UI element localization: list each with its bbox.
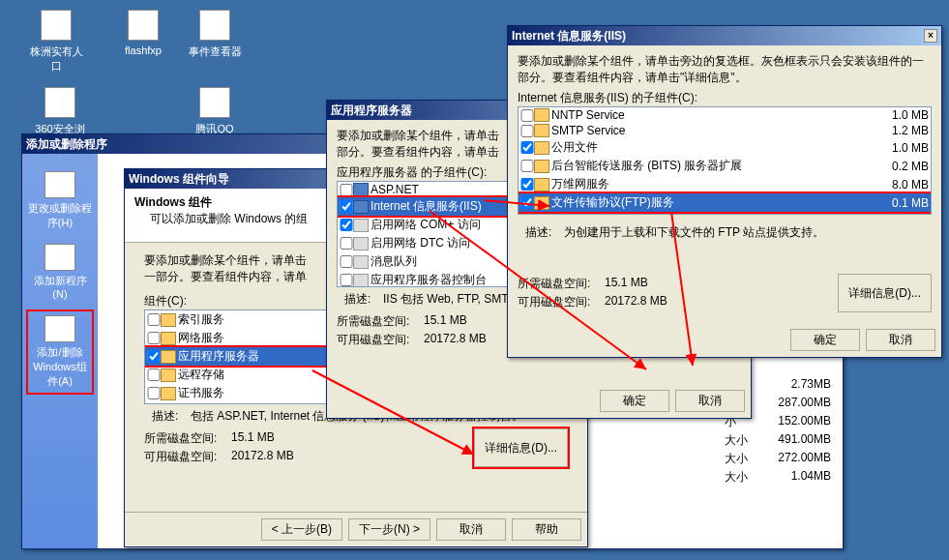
back-button[interactable]: < 上一步(B): [261, 518, 342, 541]
icon-label: 事件查看器: [186, 44, 244, 59]
ok-button[interactable]: 确定: [790, 329, 860, 351]
window-title: Windows 组件向导: [129, 171, 229, 188]
disk-available: 可用磁盘空间:20172.8 MB: [518, 294, 667, 310]
next-button[interactable]: 下一步(N) >: [348, 518, 430, 541]
item-label: 公用文件: [551, 139, 871, 156]
description: 描述:为创建用于上载和下载文件的 FTP 站点提供支持。: [518, 221, 932, 245]
checkbox[interactable]: [340, 219, 353, 231]
window-title: 添加或删除程序: [26, 136, 107, 153]
item-label: 文件传输协议(FTP)服务: [551, 194, 871, 211]
file-row: 大小1.04MB: [672, 468, 837, 486]
list-item[interactable]: NNTP Service1.0 MB: [519, 107, 931, 123]
folder-icon: [534, 124, 549, 137]
disk-available: 可用磁盘空间:20172.8 MB: [337, 332, 487, 348]
sidebar-item-windows-components[interactable]: 添加/删除Windows组件(A): [26, 309, 94, 395]
checkbox[interactable]: [340, 184, 353, 196]
folder-icon: [534, 160, 549, 173]
window-title: Internet 信息服务(IIS): [512, 28, 626, 44]
file-row: 大小491.00MB: [672, 431, 837, 450]
item-label: NNTP Service: [551, 108, 871, 122]
component-icon: [353, 219, 369, 232]
browser-icon: [44, 87, 75, 118]
checkbox[interactable]: [147, 332, 161, 344]
item-size: 0.1 MB: [871, 196, 929, 210]
checkbox[interactable]: [147, 387, 161, 399]
checkbox[interactable]: [520, 178, 534, 191]
folder-icon: [534, 141, 549, 155]
component-icon: [161, 313, 176, 327]
disk-required: 所需磁盘空间:15.1 MB: [144, 430, 294, 447]
cancel-button[interactable]: 取消: [675, 390, 745, 412]
window-title: 应用程序服务器: [331, 103, 412, 119]
desktop-icon[interactable]: 腾讯QQ: [186, 87, 244, 136]
eventviewer-icon: [199, 10, 230, 41]
desktop-icon[interactable]: 株洲实有人口: [27, 10, 85, 74]
folder-icon: [534, 178, 549, 192]
component-icon: [161, 387, 176, 400]
component-icon: [161, 368, 176, 382]
checkbox[interactable]: [147, 313, 161, 326]
disk-available: 可用磁盘空间:20172.8 MB: [144, 449, 294, 465]
sidebar-item-add-new[interactable]: 添加新程序(N): [26, 240, 94, 304]
wizard-heading: Windows 组件: [134, 195, 212, 209]
details-button[interactable]: 详细信息(D)...: [838, 274, 932, 312]
checkbox[interactable]: [147, 368, 161, 381]
checkbox[interactable]: [340, 200, 353, 213]
app-icon: [128, 10, 159, 41]
folder-icon: [41, 10, 72, 41]
item-label: SMTP Service: [551, 124, 871, 137]
help-button[interactable]: 帮助: [512, 518, 581, 541]
dialog-instruction: 要添加或删除某个组件，请单击旁边的复选框。灰色框表示只会安装该组件的一部分。要查…: [518, 53, 932, 86]
component-icon: [161, 350, 176, 364]
checkbox[interactable]: [520, 109, 534, 122]
component-icon: [161, 332, 176, 345]
folder-icon: [534, 196, 549, 210]
component-icon: [353, 237, 369, 251]
box-icon: [44, 171, 75, 198]
list-item[interactable]: SMTP Service1.2 MB: [519, 123, 931, 138]
sidebar-label: 添加新程序(N): [34, 275, 87, 300]
details-button[interactable]: 详细信息(D)...: [474, 428, 568, 467]
checkbox[interactable]: [340, 237, 353, 250]
item-size: 1.0 MB: [871, 108, 929, 122]
checkbox[interactable]: [520, 160, 534, 172]
cd-icon: [44, 244, 75, 271]
item-size: 0.2 MB: [871, 160, 929, 173]
item-size: 8.0 MB: [871, 178, 929, 192]
checkbox[interactable]: [520, 125, 534, 137]
checkbox[interactable]: [147, 350, 161, 363]
iis-dialog: Internet 信息服务(IIS) × 要添加或删除某个组件，请单击旁边的复选…: [507, 25, 942, 358]
aspnet-icon: [353, 183, 369, 196]
sub-components-label: Internet 信息服务(IIS) 的子组件(C):: [518, 90, 932, 106]
titlebar[interactable]: Internet 信息服务(IIS) ×: [508, 26, 941, 45]
list-item-ftp[interactable]: 文件传输协议(FTP)服务0.1 MB: [519, 193, 931, 212]
checkbox[interactable]: [520, 196, 534, 209]
iis-subcomponents-list[interactable]: NNTP Service1.0 MB SMTP Service1.2 MB 公用…: [518, 106, 932, 215]
sidebar-item-change-remove[interactable]: 更改或删除程序(H): [26, 167, 94, 234]
component-icon: [353, 255, 369, 269]
list-item[interactable]: 后台智能传送服务 (BITS) 服务器扩展0.2 MB: [519, 157, 931, 175]
cancel-button[interactable]: 取消: [436, 518, 506, 541]
checkbox[interactable]: [340, 255, 353, 268]
icon-label: flashfxp: [114, 44, 172, 56]
checkbox[interactable]: [340, 274, 353, 286]
checkbox[interactable]: [520, 141, 534, 154]
file-row: 大小272.00MB: [672, 450, 837, 468]
disk-required: 所需磁盘空间:15.1 MB: [518, 276, 667, 292]
icon-label: 株洲实有人口: [27, 44, 85, 74]
folder-icon: [534, 108, 549, 122]
list-item[interactable]: 万维网服务8.0 MB: [519, 175, 931, 193]
desktop-icon[interactable]: 事件查看器: [186, 10, 244, 59]
item-label: 万维网服务: [551, 176, 871, 192]
item-size: 1.0 MB: [871, 141, 929, 155]
sidebar-label: 添加/删除Windows组件(A): [33, 346, 87, 387]
iis-icon: [353, 200, 369, 214]
cancel-button[interactable]: 取消: [866, 329, 935, 351]
ok-button[interactable]: 确定: [600, 390, 669, 412]
component-icon: [353, 274, 369, 287]
close-icon[interactable]: ×: [924, 29, 937, 43]
wizard-subheading: 可以添加或删除 Windows 的组: [150, 212, 308, 225]
list-item[interactable]: 公用文件1.0 MB: [519, 138, 931, 157]
desktop-icon[interactable]: flashfxp: [114, 10, 172, 56]
sidebar-label: 更改或删除程序(H): [28, 202, 92, 228]
